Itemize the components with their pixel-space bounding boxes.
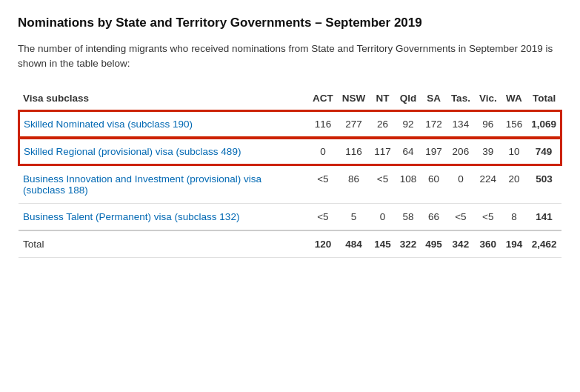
table-row: Business Talent (Permanent) visa (subcla… [19,203,561,230]
visa-name-cell: Business Innovation and Investment (prov… [19,165,308,204]
col-header-nsw: NSW [338,87,370,110]
cell-wa: 8 [501,203,527,230]
cell-wa: 20 [501,165,527,204]
cell-act: 0 [308,138,338,165]
cell-sa: 66 [421,203,447,230]
cell-wa: 10 [501,138,527,165]
description-text: The number of intending migrants who rec… [18,41,562,72]
cell-qld: 108 [396,165,421,204]
cell-total: 1,069 [527,110,561,138]
col-header-total: Total [527,87,561,110]
visa-link[interactable]: Business Talent (Permanent) visa (subcla… [23,211,239,222]
table-row: Business Innovation and Investment (prov… [19,165,561,204]
cell-nsw: 86 [338,165,370,204]
cell-wa: 156 [501,110,527,138]
cell-qld: 58 [396,203,421,230]
table-header-row: Visa subclass ACT NSW NT Qld SA Tas. Vic… [19,87,561,110]
visa-name-cell: Skilled Regional (provisional) visa (sub… [19,138,308,165]
cell-act: <5 [308,165,338,204]
total-cell-act: 120 [308,230,338,258]
cell-nt: <5 [370,165,396,204]
col-header-act: ACT [308,87,338,110]
cell-nt: 117 [370,138,396,165]
cell-tas: 206 [447,138,475,165]
visa-name-cell: Skilled Nominated visa (subclass 190) [19,110,308,138]
total-cell-tas: 342 [447,230,475,258]
col-header-tas: Tas. [447,87,475,110]
cell-vic: <5 [475,203,501,230]
cell-tas: 134 [447,110,475,138]
page-title: Nominations by State and Territory Gover… [18,15,562,31]
visa-link[interactable]: Business Innovation and Investment (prov… [23,173,261,196]
total-cell-qld: 322 [396,230,421,258]
cell-sa: 197 [421,138,447,165]
total-row: Total1204841453224953423601942,462 [19,230,561,258]
cell-vic: 96 [475,110,501,138]
cell-vic: 39 [475,138,501,165]
cell-tas: <5 [447,203,475,230]
total-cell-total: 2,462 [527,230,561,258]
total-cell-sa: 495 [421,230,447,258]
cell-sa: 172 [421,110,447,138]
table-row: Skilled Regional (provisional) visa (sub… [19,138,561,165]
cell-total: 141 [527,203,561,230]
col-header-qld: Qld [396,87,421,110]
col-header-nt: NT [370,87,396,110]
total-cell-vic: 360 [475,230,501,258]
cell-total: 749 [527,138,561,165]
total-label: Total [19,230,308,258]
cell-qld: 92 [396,110,421,138]
cell-tas: 0 [447,165,475,204]
cell-nsw: 5 [338,203,370,230]
visa-link[interactable]: Skilled Regional (provisional) visa (sub… [24,146,241,157]
col-header-vic: Vic. [475,87,501,110]
cell-nt: 0 [370,203,396,230]
cell-sa: 60 [421,165,447,204]
total-cell-nsw: 484 [338,230,370,258]
total-cell-nt: 145 [370,230,396,258]
col-header-visa: Visa subclass [19,87,308,110]
total-cell-wa: 194 [501,230,527,258]
cell-nt: 26 [370,110,396,138]
cell-qld: 64 [396,138,421,165]
table-row: Skilled Nominated visa (subclass 190)116… [19,110,561,138]
col-header-wa: WA [501,87,527,110]
cell-vic: 224 [475,165,501,204]
visa-name-cell: Business Talent (Permanent) visa (subcla… [19,203,308,230]
col-header-sa: SA [421,87,447,110]
nominations-table: Visa subclass ACT NSW NT Qld SA Tas. Vic… [18,87,562,258]
cell-total: 503 [527,165,561,204]
cell-nsw: 277 [338,110,370,138]
cell-act: 116 [308,110,338,138]
visa-link[interactable]: Skilled Nominated visa (subclass 190) [24,119,193,130]
cell-nsw: 116 [338,138,370,165]
cell-act: <5 [308,203,338,230]
